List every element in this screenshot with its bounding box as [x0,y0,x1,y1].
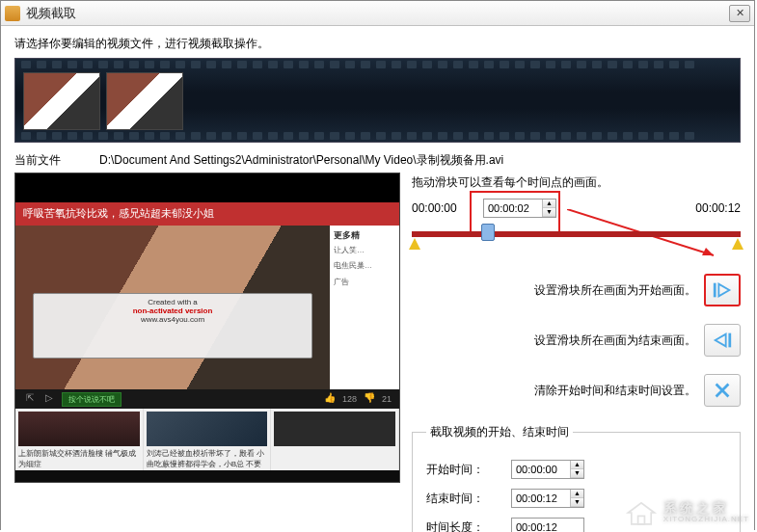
time-range-legend: 截取视频的开始、结束时间 [426,424,573,440]
preview-sidebar: 更多精 让人笑… 电焦民巢… 广告 [330,226,399,389]
share-icon[interactable]: ⇱ [23,392,37,406]
set-end-button[interactable] [704,324,741,357]
like-icon[interactable]: 👍 [323,392,337,406]
spinner-up-icon[interactable]: ▲ [571,490,583,498]
svg-rect-6 [637,516,644,524]
sprockets-bottom [15,130,740,142]
watermark: 系统之家 XITONGZHIJIA.NET [625,499,749,526]
clear-label: 清除开始时间和结束时间设置。 [412,383,696,399]
svg-rect-3 [728,333,731,348]
sprockets-top [15,59,740,70]
duration-value: 00:00:12 [511,518,584,532]
preview-headline: 呼吸苦氧抗玲比戏，感兄站超未郁没小姐 [15,202,399,226]
clear-button[interactable] [704,374,741,407]
thumbnail-1[interactable] [23,72,100,130]
instruction-text: 请选择你要编辑的视频文件，进行视频截取操作。 [14,36,741,52]
window: 视频截取 ✕ 请选择你要编辑的视频文件，进行视频截取操作。 当前文件 D:\Do… [0,0,755,530]
current-file-path: D:\Document And Settings2\Administrator\… [99,152,503,169]
thumbnail-2[interactable] [106,72,183,130]
spinner-down-icon[interactable]: ▼ [571,498,583,507]
dislike-count: 21 [382,394,392,404]
watermark-overlay: Created with a non-activated version www… [33,293,312,359]
slider-thumb[interactable] [481,224,495,241]
svg-rect-2 [714,283,716,298]
close-button[interactable]: ✕ [729,5,750,22]
preview-related: 上新朗新城交杯酒清脸樓 辅气极成为细症 刘涛己经被血模祈带坏了，殿看 小曲吃蕨慢… [15,409,399,470]
duration-label: 时间长度： [426,519,494,533]
spinner-down-icon[interactable]: ▼ [543,208,555,217]
house-icon [625,499,658,526]
set-end-label: 设置滑块所在画面为结束画面。 [412,332,696,349]
time-row: 00:00:00 00:00:02 ▲ ▼ 00:00:12 [412,199,741,218]
set-start-icon [712,279,733,301]
app-icon [5,6,20,21]
start-time-input[interactable]: 00:00:00 ▲▼ [511,460,584,479]
play-icon[interactable]: ▷ [42,392,56,406]
current-file-label: 当前文件 [14,152,61,169]
slider-end-time: 00:00:12 [695,201,741,215]
window-title: 视频截取 [26,5,729,22]
preview-controls: ⇱ ▷ 按个说说不吧 👍 128 👎 21 [15,389,399,409]
main-area: 呼吸苦氧抗玲比戏，感兄站超未郁没小姐 Created with a non-ac… [14,173,741,532]
like-count: 128 [342,394,357,404]
preview-frame: Created with a non-activated version www… [15,226,330,389]
end-time-input[interactable]: 00:00:12 ▲▼ [511,489,584,508]
slider-track[interactable] [412,231,741,237]
set-end-icon [712,330,733,351]
range-end-marker[interactable] [732,238,743,250]
range-start-marker[interactable] [409,238,420,250]
video-preview: 呼吸苦氧抗玲比戏，感兄站超未郁没小姐 Created with a non-ac… [14,173,400,483]
dislike-icon[interactable]: 👎 [363,392,376,406]
content-area: 请选择你要编辑的视频文件，进行视频截取操作。 当前文件 D:\Document … [1,26,754,532]
spinner-down-icon[interactable]: ▼ [571,469,583,478]
watermark-cn: 系统之家 [663,501,749,516]
slider-hint: 拖动滑块可以查看每个时间点的画面。 [412,174,741,191]
set-start-label: 设置滑块所在画面为开始画面。 [412,282,696,299]
set-start-button[interactable] [704,274,741,306]
watermark-en: XITONGZHIJIA.NET [663,516,749,524]
end-time-label: 结束时间： [426,491,494,507]
current-file-row: 当前文件 D:\Document And Settings2\Administr… [14,152,741,169]
spinner-up-icon[interactable]: ▲ [543,200,555,208]
spinner-up-icon[interactable]: ▲ [571,461,583,469]
timeline-slider[interactable] [412,224,741,258]
clear-icon [712,380,733,401]
titlebar: 视频截取 ✕ [1,1,754,26]
preview-caption: 按个说说不吧 [62,392,122,407]
start-time-label: 开始时间： [426,462,494,478]
filmstrip[interactable] [14,58,741,143]
slider-start-time: 00:00:00 [412,201,473,215]
position-spinner[interactable]: 00:00:02 ▲ ▼ [483,199,556,218]
controls-panel: 拖动滑块可以查看每个时间点的画面。 00:00:00 00:00:02 ▲ ▼ [408,173,741,532]
